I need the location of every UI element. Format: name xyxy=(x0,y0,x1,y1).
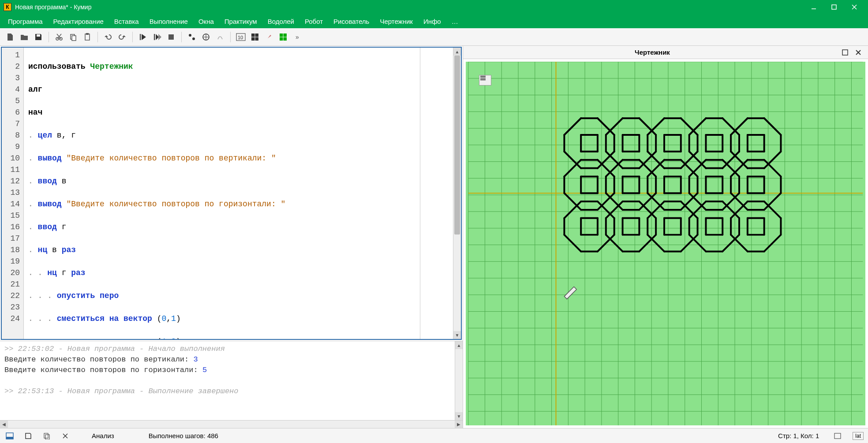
scroll-right-icon[interactable]: ▶ xyxy=(455,421,463,428)
more-tools-button[interactable]: » xyxy=(291,30,304,44)
scroll-left-icon[interactable]: ◀ xyxy=(0,421,8,428)
keyboard-icon xyxy=(834,433,841,439)
console-line: >> 22:53:13 - Новая программа - Выполнен… xyxy=(4,386,450,397)
svg-rect-272 xyxy=(834,433,841,439)
svg-point-19 xyxy=(189,34,191,37)
console-line: >> 22:53:02 - Новая программа - Начало в… xyxy=(4,344,450,354)
code-editor[interactable]: 123456789101112131415161718192021222324 … xyxy=(1,47,462,340)
svg-marker-16 xyxy=(156,34,159,40)
minimize-button[interactable] xyxy=(804,0,824,14)
maximize-button[interactable] xyxy=(824,0,844,14)
sb-delete-icon[interactable] xyxy=(60,431,71,441)
window-controls xyxy=(804,0,864,14)
sb-save-icon[interactable] xyxy=(23,431,34,441)
status-lang[interactable]: lat xyxy=(853,432,864,440)
menu-more[interactable]: … xyxy=(447,16,463,27)
grid-button[interactable] xyxy=(248,30,262,44)
tool-b-button[interactable] xyxy=(199,30,213,44)
status-cursor-pos: Стр: 1, Кол: 1 xyxy=(778,432,819,439)
console-vscroll[interactable]: ▲ ▼ xyxy=(455,341,463,420)
svg-point-20 xyxy=(192,37,195,40)
panel-close-button[interactable] xyxy=(853,47,864,58)
scroll-thumb[interactable] xyxy=(454,56,460,235)
editor-pane: 123456789101112131415161718192021222324 … xyxy=(0,46,463,428)
status-analysis: Анализ xyxy=(92,432,114,439)
drafter-canvas[interactable] xyxy=(466,62,865,425)
svg-rect-10 xyxy=(72,36,76,41)
editor-vscroll[interactable]: ▲ ▼ xyxy=(453,48,461,339)
scroll-down-icon[interactable]: ▼ xyxy=(455,412,463,420)
menu-windows[interactable]: Окна xyxy=(194,16,218,27)
main-area: 123456789101112131415161718192021222324 … xyxy=(0,46,868,428)
menu-edit[interactable]: Редактирование xyxy=(49,16,108,27)
svg-rect-33 xyxy=(468,62,863,425)
console-output[interactable]: >> 22:53:02 - Новая программа - Начало в… xyxy=(0,341,455,420)
menu-practicum[interactable]: Практикум xyxy=(220,16,262,27)
save-file-button[interactable] xyxy=(32,30,45,44)
close-button[interactable] xyxy=(844,0,864,14)
menu-insert[interactable]: Вставка xyxy=(110,16,143,27)
menu-robot[interactable]: Робот xyxy=(300,16,327,27)
drafter-pane: Чертежник xyxy=(463,46,868,428)
svg-rect-18 xyxy=(168,34,174,40)
editor-hscroll[interactable]: ◀ ▶ xyxy=(0,420,463,428)
menu-run[interactable]: Выполнение xyxy=(145,16,192,27)
brush-button[interactable] xyxy=(262,30,276,44)
statusbar: Анализ Выполнено шагов: 486 Стр: 1, Кол:… xyxy=(0,428,868,443)
svg-rect-12 xyxy=(86,33,89,35)
menu-info[interactable]: Инфо xyxy=(419,16,445,27)
grid10-button[interactable]: 10 xyxy=(234,30,247,44)
svg-marker-14 xyxy=(142,34,146,40)
new-file-button[interactable] xyxy=(4,30,17,44)
window-title: Новая программа* - Кумир xyxy=(15,4,804,11)
run-button[interactable] xyxy=(136,30,150,44)
console-pane: >> 22:53:02 - Новая программа - Начало в… xyxy=(0,341,463,420)
svg-rect-11 xyxy=(85,34,90,40)
menubar: Программа Редактирование Вставка Выполне… xyxy=(0,14,868,28)
toolbar: 10 » xyxy=(0,28,868,46)
app-window: К Новая программа* - Кумир Программа Ред… xyxy=(0,0,868,443)
svg-marker-17 xyxy=(158,34,161,40)
redo-button[interactable] xyxy=(116,30,129,44)
menu-vodoley[interactable]: Водолей xyxy=(263,16,299,27)
svg-rect-269 xyxy=(45,435,49,439)
drafter-header: Чертежник xyxy=(463,46,868,59)
editor-margin xyxy=(420,48,453,339)
stop-button[interactable] xyxy=(165,30,178,44)
copy-button[interactable] xyxy=(67,30,80,44)
svg-rect-267 xyxy=(6,437,13,439)
svg-text:10: 10 xyxy=(238,35,243,40)
tool-c-button[interactable] xyxy=(213,30,227,44)
undo-button[interactable] xyxy=(101,30,115,44)
code-text[interactable]: использовать Чертежник алг нач . цел в, … xyxy=(24,48,420,339)
svg-rect-13 xyxy=(140,34,141,40)
cut-button[interactable] xyxy=(52,30,66,44)
panel-maximize-button[interactable] xyxy=(840,47,850,58)
status-steps: Выполнено шагов: 486 xyxy=(149,432,218,439)
titlebar: К Новая программа* - Кумир xyxy=(0,0,868,14)
paste-button[interactable] xyxy=(81,30,94,44)
console-line: Введите количество повторов по вертикали… xyxy=(4,354,450,365)
sb-btn-1[interactable] xyxy=(4,431,15,441)
green-grid-button[interactable] xyxy=(277,30,290,44)
svg-rect-1 xyxy=(832,5,836,9)
menu-program[interactable]: Программа xyxy=(4,16,47,27)
line-gutter: 123456789101112131415161718192021222324 xyxy=(2,48,24,339)
svg-line-8 xyxy=(57,34,61,39)
scroll-up-icon[interactable]: ▲ xyxy=(455,341,463,349)
svg-line-7 xyxy=(57,34,61,39)
app-icon: К xyxy=(4,3,11,11)
svg-rect-268 xyxy=(44,433,48,438)
svg-rect-30 xyxy=(842,50,848,55)
tool-a-button[interactable] xyxy=(185,30,198,44)
step-button[interactable] xyxy=(150,30,164,44)
svg-rect-4 xyxy=(37,34,40,37)
menu-drafter[interactable]: Чертежник xyxy=(375,16,417,27)
canvas-menu-button[interactable] xyxy=(479,75,491,86)
sb-copy-icon[interactable] xyxy=(41,431,52,441)
drafter-title: Чертежник xyxy=(468,48,837,56)
open-file-button[interactable] xyxy=(18,30,31,44)
scroll-down-icon[interactable]: ▼ xyxy=(453,331,461,339)
menu-painter[interactable]: Рисователь xyxy=(329,16,374,27)
scroll-up-icon[interactable]: ▲ xyxy=(453,48,461,56)
